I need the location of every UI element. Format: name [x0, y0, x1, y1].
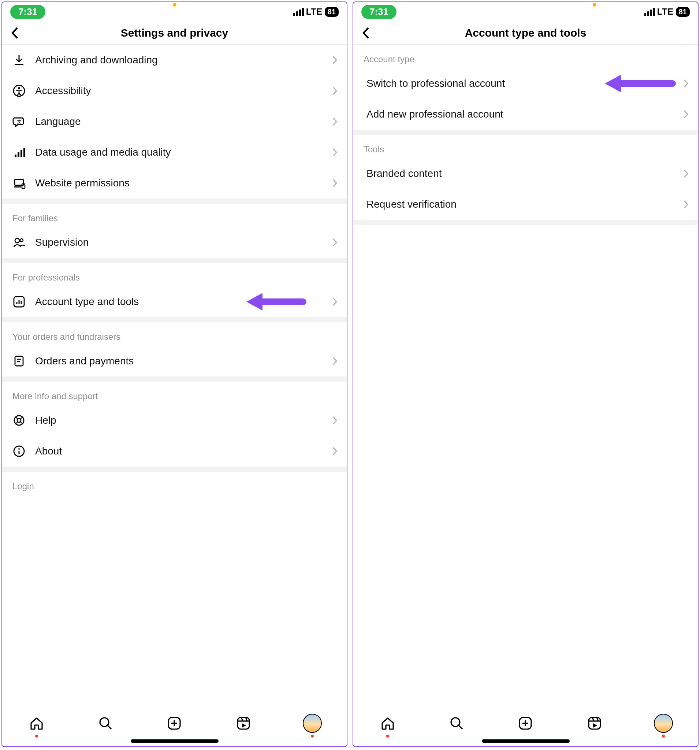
svg-rect-35 — [238, 718, 249, 729]
recording-indicator-dot — [173, 3, 177, 6]
chevron-right-icon — [683, 109, 689, 119]
row-label: Add new professional account — [367, 108, 683, 120]
chevron-right-icon — [332, 86, 338, 95]
row-language[interactable]: 文Language — [2, 106, 347, 137]
profile-avatar-icon — [303, 714, 322, 733]
svg-line-31 — [107, 725, 111, 729]
row-archiving-and-downloading[interactable]: Archiving and downloading — [2, 45, 347, 75]
chevron-right-icon — [332, 416, 338, 425]
tab-search[interactable] — [446, 713, 467, 734]
network-label: LTE — [657, 6, 674, 17]
svg-point-40 — [451, 718, 460, 727]
section-header-support: More info and support — [2, 381, 347, 405]
section-header-professionals: For professionals — [2, 263, 347, 286]
row-website-permissions[interactable]: Website permissions — [2, 168, 347, 198]
row-label: Archiving and downloading — [35, 54, 332, 66]
nav-header: Account type and tools — [353, 21, 698, 45]
tab-home[interactable] — [377, 713, 398, 734]
row-orders-and-payments[interactable]: Orders and payments — [2, 346, 347, 377]
svg-rect-8 — [23, 148, 25, 157]
row-about[interactable]: About — [2, 436, 347, 467]
tab-create[interactable] — [515, 713, 536, 734]
tab-reels[interactable] — [233, 713, 254, 734]
row-label: Language — [35, 116, 332, 128]
svg-point-22 — [17, 419, 21, 422]
svg-rect-10 — [14, 186, 21, 188]
svg-point-28 — [18, 448, 20, 450]
tab-reels[interactable] — [584, 713, 605, 734]
svg-point-30 — [100, 718, 109, 727]
notification-dot-icon — [35, 735, 38, 738]
account-type-screen: 7:31 LTE 81 Account type and tools Accou… — [353, 2, 698, 747]
row-switch-to-professional-account[interactable]: Switch to professional account — [353, 68, 698, 99]
row-label: Supervision — [35, 237, 332, 248]
chevron-right-icon — [332, 178, 338, 188]
chevron-right-icon — [332, 117, 338, 126]
row-supervision[interactable]: Supervision — [2, 227, 347, 258]
laptop-icon — [11, 175, 27, 191]
info-icon — [11, 443, 27, 459]
svg-line-23 — [15, 417, 18, 419]
row-label: Switch to professional account — [367, 78, 683, 89]
back-button[interactable] — [6, 25, 23, 41]
back-button[interactable] — [358, 25, 374, 41]
people-icon — [11, 234, 27, 251]
row-label: Accessibility — [35, 85, 332, 97]
chevron-right-icon — [683, 79, 689, 88]
section-header-login: Login — [2, 472, 347, 495]
chevron-right-icon — [332, 238, 338, 247]
svg-point-13 — [20, 239, 23, 242]
svg-point-3 — [18, 87, 20, 89]
status-time: 7:31 — [10, 5, 45, 19]
battery-level: 81 — [325, 7, 339, 17]
row-label: Branded content — [367, 168, 683, 180]
home-indicator[interactable] — [131, 739, 219, 743]
row-data-usage-and-media-quality[interactable]: Data usage and media quality — [2, 137, 347, 168]
tab-profile[interactable] — [653, 713, 674, 734]
svg-line-25 — [15, 422, 18, 424]
row-account-type-and-tools[interactable]: Account type and tools — [2, 286, 347, 317]
row-help[interactable]: Help — [2, 405, 347, 436]
archive-icon — [11, 52, 27, 68]
lang-icon: 文 — [11, 114, 27, 130]
page-title: Settings and privacy — [23, 27, 342, 39]
chevron-right-icon — [332, 446, 338, 456]
section-header-tools: Tools — [353, 135, 698, 158]
status-bar: 7:31 LTE 81 — [2, 2, 347, 21]
row-label: Orders and payments — [35, 355, 332, 367]
svg-marker-39 — [242, 723, 246, 728]
section-header-account-type: Account type — [353, 45, 698, 68]
row-label: Request verification — [367, 198, 683, 210]
profile-avatar-icon — [654, 714, 673, 733]
svg-text:文: 文 — [17, 119, 21, 124]
tab-home[interactable] — [26, 713, 47, 734]
chevron-right-icon — [332, 55, 338, 65]
settings-list[interactable]: Archiving and downloadingAccessibility文L… — [2, 45, 347, 706]
tab-search[interactable] — [95, 713, 116, 734]
section-header-families: For families — [2, 204, 347, 227]
tab-create[interactable] — [164, 713, 185, 734]
tab-profile[interactable] — [302, 713, 323, 734]
signal-icon — [11, 144, 27, 160]
svg-line-26 — [20, 422, 23, 424]
svg-line-24 — [20, 417, 23, 419]
row-accessibility[interactable]: Accessibility — [2, 75, 347, 106]
settings-screen: 7:31 LTE 81 Settings and privacy Archivi… — [2, 2, 347, 747]
account-type-list[interactable]: Account type Switch to professional acco… — [353, 45, 698, 706]
chart-icon — [11, 294, 27, 310]
signal-icon — [293, 8, 304, 16]
row-add-new-professional-account[interactable]: Add new professional account — [353, 99, 698, 130]
svg-rect-5 — [15, 155, 17, 157]
status-time: 7:31 — [361, 5, 396, 19]
ring-icon — [11, 412, 27, 429]
svg-rect-45 — [589, 718, 600, 729]
signal-icon — [644, 8, 655, 16]
home-indicator[interactable] — [482, 739, 570, 743]
doc-icon — [11, 353, 27, 369]
row-label: About — [35, 445, 332, 457]
row-branded-content[interactable]: Branded content — [353, 158, 698, 189]
svg-marker-49 — [593, 723, 597, 728]
row-request-verification[interactable]: Request verification — [353, 189, 698, 220]
svg-rect-6 — [18, 152, 19, 157]
nav-header: Settings and privacy — [2, 21, 347, 45]
